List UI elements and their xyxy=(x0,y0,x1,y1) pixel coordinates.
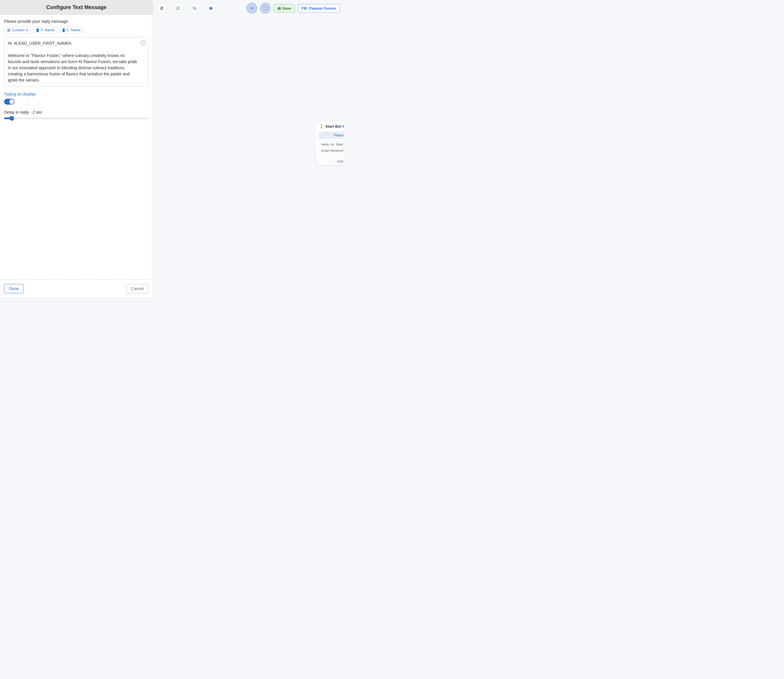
svg-point-2 xyxy=(144,42,144,42)
slider-thumb[interactable] xyxy=(9,116,14,120)
message-wrapper: Hi #LEAD_USER_FIRST_NAME#, Welcome to "F… xyxy=(4,37,149,86)
compose-next-label: Compose next message xyxy=(337,160,344,163)
svg-rect-6 xyxy=(211,6,211,7)
token-row: Custom ▼ F. Name L. Name xyxy=(4,27,149,34)
delay-slider[interactable] xyxy=(4,117,149,119)
start-bot-flow-node[interactable]: 🚶 Start Bot Flow Flavour Fusion Hello, H… xyxy=(315,121,344,166)
bot-tool-button[interactable] xyxy=(206,3,216,13)
done-button[interactable]: Done xyxy=(4,284,23,293)
match-type-text: Exact keyword match xyxy=(321,149,344,152)
cancel-button[interactable]: Cancel xyxy=(126,284,149,293)
caret-down-icon: ▼ xyxy=(26,29,29,32)
toggle-knob xyxy=(9,99,14,104)
canvas[interactable]: ≥ Save FB: Flavour Fusion xyxy=(153,0,344,297)
panel-body: Please provide your reply message Custom… xyxy=(0,15,153,279)
canvas-toolbar: ≥ Save FB: Flavour Fusion xyxy=(153,3,344,13)
typing-toggle[interactable] xyxy=(4,99,15,105)
panel-footer: Done Cancel xyxy=(0,279,153,297)
skip-back-button[interactable] xyxy=(247,3,257,13)
tool-button-2[interactable] xyxy=(173,3,183,13)
reply-prompt: Please provide your reply message xyxy=(4,19,149,23)
lname-label: L. Name xyxy=(67,28,81,32)
svg-point-5 xyxy=(211,8,212,9)
tool-button-3[interactable] xyxy=(189,3,200,13)
message-textarea[interactable]: Hi #LEAD_USER_FIRST_NAME#, Welcome to "F… xyxy=(5,38,148,86)
save-button[interactable]: Save xyxy=(273,4,295,13)
delay-label: Delay in reply - 2 sec xyxy=(4,110,149,114)
person-icon xyxy=(62,28,66,32)
account-button[interactable]: FB: Flavour Fusion xyxy=(298,4,340,13)
configure-panel: Configure Text Message Please provide yo… xyxy=(0,0,153,297)
start-title: Start Bot Flow xyxy=(325,124,344,128)
walking-icon: 🚶 xyxy=(319,124,324,128)
svg-point-0 xyxy=(141,40,146,45)
svg-point-4 xyxy=(210,8,211,9)
emoji-picker-button[interactable] xyxy=(140,40,146,45)
start-node-header: 🚶 Start Bot Flow xyxy=(316,121,344,131)
flow-name-chip[interactable]: Flavour Fusion xyxy=(319,131,344,139)
custom-token-button[interactable]: Custom ▼ xyxy=(4,27,31,34)
fit-view-button[interactable] xyxy=(260,3,270,13)
save-label: Save xyxy=(282,6,291,11)
svg-rect-3 xyxy=(209,7,212,9)
gears-icon xyxy=(7,28,11,32)
toggle-sidebar-button[interactable]: ≥ xyxy=(156,3,167,13)
keyword-box: Hello, Hi, Start Exact keyword match xyxy=(319,141,344,154)
fname-label: F. Name xyxy=(41,28,55,32)
lname-token-button[interactable]: L. Name xyxy=(59,27,83,34)
fname-token-button[interactable]: F. Name xyxy=(33,27,57,34)
keywords-text: Hello, Hi, Start xyxy=(321,142,344,147)
person-icon xyxy=(36,28,40,32)
start-node-footer: Compose next message xyxy=(316,157,344,165)
panel-title: Configure Text Message xyxy=(0,0,153,15)
typing-on-display-label: Typing on display xyxy=(4,92,149,96)
custom-label: Custom xyxy=(12,28,25,32)
